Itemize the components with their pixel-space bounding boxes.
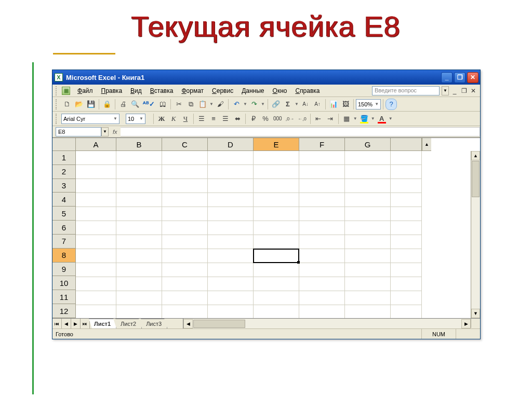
cell[interactable]	[299, 291, 345, 305]
fill-color-dropdown[interactable]: ▼	[370, 116, 376, 121]
row-header-6[interactable]: 6	[52, 221, 76, 235]
decrease-decimal-icon[interactable]: ←,0	[296, 113, 308, 125]
cell[interactable]	[391, 263, 422, 277]
menu-окно[interactable]: Окно	[269, 85, 291, 97]
column-header-C[interactable]: C	[162, 138, 208, 151]
cell[interactable]	[299, 207, 345, 221]
row-header-5[interactable]: 5	[52, 207, 76, 221]
sheet-tab-Лист2[interactable]: Лист2	[115, 319, 142, 328]
toolbar-grip[interactable]	[56, 86, 59, 95]
sheet-nav-1[interactable]: ◀	[62, 319, 71, 328]
cut-icon[interactable]: ✂	[173, 99, 184, 110]
cell[interactable]	[162, 249, 208, 263]
cell[interactable]	[162, 179, 208, 193]
cell[interactable]	[299, 249, 345, 263]
column-header-B[interactable]: B	[116, 138, 162, 151]
cell[interactable]	[208, 221, 254, 235]
align-left-icon[interactable]: ☰	[196, 113, 207, 125]
sheet-nav-2[interactable]: ▶	[71, 319, 81, 328]
doc-restore-button[interactable]: ❐	[460, 87, 468, 94]
scroll-up-split-icon[interactable]: ▲	[422, 138, 431, 151]
paste-dropdown[interactable]: ▼	[209, 102, 214, 106]
cell[interactable]	[208, 165, 254, 179]
cell[interactable]	[116, 151, 162, 165]
sheet-tab-Лист1[interactable]: Лист1	[89, 319, 116, 328]
fill-color-icon[interactable]: 🪣	[358, 113, 370, 125]
select-all-corner[interactable]	[52, 138, 76, 151]
format-painter-icon[interactable]: 🖌	[215, 99, 226, 110]
cell[interactable]	[116, 249, 162, 263]
sheet-nav-0[interactable]: ⏮	[52, 319, 62, 328]
chart-wizard-icon[interactable]: 📊	[328, 99, 339, 110]
menu-сервис[interactable]: Сервис	[208, 85, 237, 97]
cell[interactable]	[116, 277, 162, 291]
cell[interactable]	[391, 221, 422, 235]
row-header-8[interactable]: 8	[52, 249, 76, 263]
cell[interactable]	[208, 179, 254, 193]
cell[interactable]	[299, 193, 345, 207]
cell[interactable]	[208, 305, 254, 318]
cell[interactable]	[76, 193, 116, 207]
font-color-icon[interactable]: A	[376, 113, 388, 125]
new-icon[interactable]: 🗋	[61, 99, 73, 110]
menu-вставка[interactable]: Вставка	[146, 85, 178, 97]
comma-icon[interactable]: 000	[272, 113, 284, 125]
row-header-1[interactable]: 1	[52, 151, 76, 165]
cell[interactable]	[345, 193, 391, 207]
help-icon[interactable]: ?	[385, 99, 397, 110]
undo-dropdown[interactable]: ▼	[243, 102, 248, 106]
toolbar-grip[interactable]	[56, 99, 59, 109]
font-color-dropdown[interactable]: ▼	[388, 116, 393, 121]
cell[interactable]	[345, 179, 391, 193]
cell[interactable]	[254, 221, 299, 235]
column-header-A[interactable]: A	[76, 138, 116, 151]
cell[interactable]	[299, 165, 345, 179]
scroll-left-icon[interactable]: ◀	[183, 319, 193, 328]
bold-button[interactable]: Ж	[156, 113, 167, 125]
menu-файл[interactable]: Файл	[73, 85, 97, 97]
cell[interactable]	[345, 305, 391, 318]
cell[interactable]	[116, 305, 162, 318]
titlebar[interactable]: X Microsoft Excel - Книга1 _ ❐ ✕	[52, 70, 480, 85]
cell[interactable]	[162, 151, 208, 165]
zoom-combo[interactable]: 150%▼	[356, 99, 381, 109]
row-header-4[interactable]: 4	[52, 193, 76, 207]
cell[interactable]	[208, 235, 254, 249]
print-preview-icon[interactable]: 🔍	[129, 99, 141, 110]
cell[interactable]	[299, 277, 345, 291]
hscroll-track[interactable]	[193, 319, 461, 328]
cell[interactable]	[345, 249, 391, 263]
currency-icon[interactable]: ₽	[248, 113, 259, 125]
cell[interactable]	[391, 165, 422, 179]
cell[interactable]	[208, 291, 254, 305]
cell[interactable]	[76, 235, 116, 249]
cell[interactable]	[391, 249, 422, 263]
increase-indent-icon[interactable]: ⇥	[325, 113, 336, 125]
cell[interactable]	[162, 235, 208, 249]
cell[interactable]	[254, 249, 299, 263]
menu-формат[interactable]: Формат	[177, 85, 208, 97]
spellcheck-icon[interactable]: ᴬᴮ✓	[141, 99, 156, 110]
cell[interactable]	[254, 179, 299, 193]
scroll-down-icon[interactable]: ▼	[471, 309, 480, 318]
row-header-7[interactable]: 7	[52, 235, 76, 249]
vertical-scrollbar[interactable]: ▲ ▼	[471, 151, 480, 318]
column-header-partial[interactable]	[391, 138, 422, 151]
cell[interactable]	[162, 221, 208, 235]
resize-grip[interactable]	[471, 319, 480, 328]
align-right-icon[interactable]: ☰	[220, 113, 231, 125]
cell[interactable]	[208, 193, 254, 207]
redo-dropdown[interactable]: ▼	[260, 102, 265, 106]
column-header-F[interactable]: F	[299, 138, 345, 151]
hyperlink-icon[interactable]: 🔗	[270, 99, 282, 110]
cell[interactable]	[391, 179, 422, 193]
italic-button[interactable]: К	[168, 113, 179, 125]
cell[interactable]	[391, 207, 422, 221]
scroll-up-icon[interactable]: ▲	[471, 151, 480, 160]
cell[interactable]	[254, 151, 299, 165]
cell[interactable]	[116, 165, 162, 179]
cell[interactable]	[391, 193, 422, 207]
cell[interactable]	[116, 193, 162, 207]
column-header-D[interactable]: D	[208, 138, 254, 151]
font-size-combo[interactable]: 10▼	[126, 114, 145, 124]
